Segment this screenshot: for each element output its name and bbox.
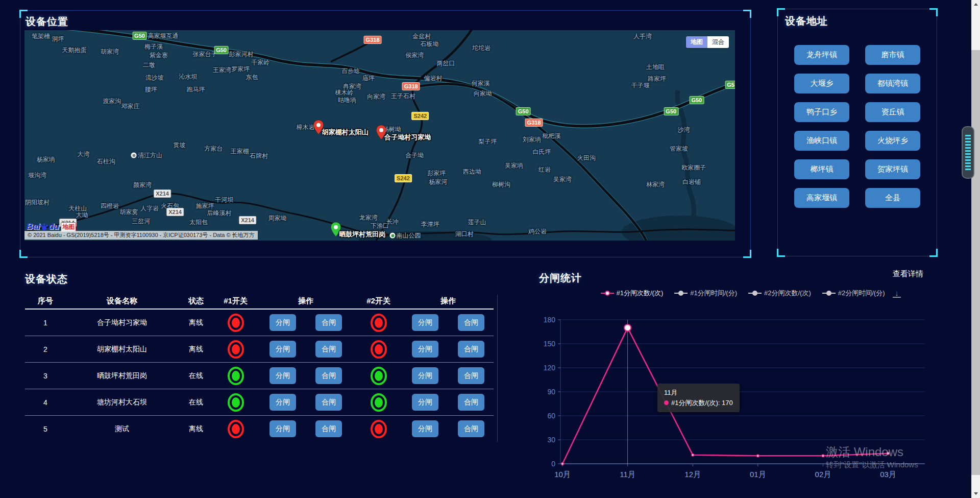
scrollbar-thumb[interactable] bbox=[971, 50, 980, 475]
scrollbar-up-arrow[interactable] bbox=[971, 0, 980, 9]
corner-decoration bbox=[743, 10, 751, 18]
open-switch2-button[interactable]: 分闸 bbox=[412, 394, 438, 411]
address-button-渔峡口镇[interactable]: 渔峡口镇 bbox=[794, 131, 849, 151]
address-button-高家堰镇[interactable]: 高家堰镇 bbox=[794, 188, 849, 208]
maptype-hybrid-button[interactable]: 混合 bbox=[707, 36, 729, 48]
address-button-火烧坪乡[interactable]: 火烧坪乡 bbox=[865, 131, 920, 151]
dashboard-page: 设备位置 笔架槽洞坪天鹅抱蛋胡家湾高家堰互通梅子溪紫金寨二墩流沙坡沁水坝腰坪跑马… bbox=[0, 0, 980, 498]
table-row: 4塘坊河村大石坝在线分闸合闸分闸合闸 bbox=[25, 389, 494, 416]
table-row: 3晒鼓坪村荒田岗在线分闸合闸分闸合闸 bbox=[25, 363, 494, 389]
map-label: 彭家河村 bbox=[229, 50, 254, 58]
legend-item[interactable]: #2分闸次数/(次) bbox=[748, 289, 811, 298]
open-switch2-button[interactable]: 分闸 bbox=[412, 367, 438, 384]
address-button-大堰乡[interactable]: 大堰乡 bbox=[794, 74, 849, 93]
map-label: 彭家坪 bbox=[427, 169, 446, 178]
open-switch2-button[interactable]: 分闸 bbox=[412, 420, 438, 437]
close-switch1-button[interactable]: 合闸 bbox=[315, 314, 342, 331]
map-marker[interactable]: 胡家棚村太阳山 bbox=[313, 120, 324, 137]
map-label: 坨坨岩 bbox=[472, 44, 491, 53]
map-label: 白氏坪 bbox=[532, 148, 551, 156]
address-button-全县[interactable]: 全县 bbox=[865, 188, 920, 208]
map-label: 跑马坪 bbox=[186, 85, 205, 94]
view-details-link[interactable]: 查看详情 bbox=[893, 269, 923, 279]
close-switch2-button[interactable]: 合闸 bbox=[458, 341, 484, 358]
baidu-paw-icon bbox=[40, 223, 48, 231]
open-switch1-button[interactable]: 分闸 bbox=[270, 394, 296, 411]
close-switch2-button[interactable]: 合闸 bbox=[458, 314, 484, 331]
map-label: 枇杷溪 bbox=[543, 131, 561, 140]
map-label: 石柱沟 bbox=[97, 157, 115, 166]
map-label: 两岔口 bbox=[436, 59, 455, 68]
road-badge: G50 bbox=[516, 107, 531, 115]
map-type-control: 地图 混合 bbox=[686, 36, 729, 48]
open-switch2-button[interactable]: 分闸 bbox=[412, 314, 438, 331]
scrollbar-down-arrow[interactable] bbox=[971, 489, 980, 498]
legend-label: #1分闸次数/(次) bbox=[617, 289, 664, 298]
close-switch2-button[interactable]: 合闸 bbox=[458, 367, 484, 384]
map-marker[interactable]: 晒鼓坪村荒田岗 bbox=[330, 222, 341, 239]
map-label: 偏岩村 bbox=[424, 74, 442, 82]
map-label: 鸡公岩 bbox=[528, 227, 547, 235]
address-button-鸭子口乡[interactable]: 鸭子口乡 bbox=[794, 102, 849, 122]
column-header: 操作 bbox=[257, 296, 354, 306]
open-switch1-button[interactable]: 分闸 bbox=[270, 314, 296, 331]
svg-text:0: 0 bbox=[551, 460, 555, 468]
svg-text:150: 150 bbox=[544, 340, 556, 348]
legend-marker-icon bbox=[674, 291, 688, 296]
device-name: 合子坳村习家坳 bbox=[66, 318, 178, 327]
svg-text:11月: 11月 bbox=[620, 470, 635, 479]
legend-item[interactable]: #1分闸时间/(分) bbox=[674, 289, 737, 298]
road-badge: G50 bbox=[689, 96, 704, 104]
close-switch1-button[interactable]: 合闸 bbox=[315, 341, 342, 358]
svg-text:30: 30 bbox=[547, 436, 555, 444]
map-label: 二墩 bbox=[143, 60, 155, 69]
map-label: 王家棚 bbox=[231, 147, 249, 155]
map-label: 侯家湾 bbox=[405, 51, 424, 60]
map-label: 西边坳 bbox=[463, 167, 481, 176]
corner-decoration bbox=[929, 249, 938, 257]
map-label: 大湾 bbox=[78, 150, 90, 159]
device-address-title: 设备地址 bbox=[785, 14, 828, 28]
corner-decoration bbox=[777, 8, 785, 16]
table-row: 1合子坳村习家坳离线分闸合闸分闸合闸 bbox=[25, 310, 494, 336]
close-switch1-button[interactable]: 合闸 bbox=[315, 420, 342, 437]
address-button-贺家坪镇[interactable]: 贺家坪镇 bbox=[865, 159, 920, 179]
map-marker[interactable]: 合子坳村习家坳 bbox=[376, 125, 386, 142]
address-button-榔坪镇[interactable]: 榔坪镇 bbox=[794, 159, 849, 179]
window-scrollbar[interactable] bbox=[971, 0, 980, 498]
open-switch2-button[interactable]: 分闸 bbox=[412, 341, 438, 358]
address-button-龙舟坪镇[interactable]: 龙舟坪镇 bbox=[794, 45, 849, 65]
svg-text:12月: 12月 bbox=[684, 470, 701, 479]
maptype-map-button[interactable]: 地图 bbox=[686, 36, 707, 48]
map-label: 流沙坡 bbox=[145, 74, 164, 82]
map-label: 石板坳 bbox=[420, 40, 438, 49]
legend-item[interactable]: #1分闸次数/(次) bbox=[601, 289, 664, 298]
legend-marker-icon bbox=[822, 291, 836, 296]
address-button-磨市镇[interactable]: 磨市镇 bbox=[865, 45, 920, 65]
map-label: 龙家湾 bbox=[359, 214, 378, 222]
close-switch1-button[interactable]: 合闸 bbox=[315, 394, 342, 411]
baidu-map[interactable]: 笔架槽洞坪天鹅抱蛋胡家湾高家堰互通梅子溪紫金寨二墩流沙坡沁水坝腰坪跑马坪渡家沟邓… bbox=[24, 30, 735, 241]
road-badge: G50 bbox=[664, 107, 678, 115]
row-index: 3 bbox=[25, 372, 66, 380]
road-badge: G50 bbox=[132, 32, 147, 40]
open-switch1-button[interactable]: 分闸 bbox=[270, 420, 296, 437]
map-label: 堰沟湾 bbox=[28, 171, 46, 179]
legend-item[interactable]: #2分闸时间/(分) bbox=[822, 289, 885, 298]
map-label: 干河坝 bbox=[215, 196, 233, 204]
address-button-资丘镇[interactable]: 资丘镇 bbox=[865, 102, 920, 122]
map-label: 白岩铺 bbox=[682, 178, 701, 186]
map-label: 高家堰互通 bbox=[148, 31, 178, 40]
close-switch2-button[interactable]: 合闸 bbox=[458, 420, 484, 437]
close-switch1-button[interactable]: 合闸 bbox=[315, 367, 342, 384]
map-label: 百步埝 bbox=[341, 66, 360, 75]
map-label: 人手湾 bbox=[633, 32, 652, 40]
activate-windows-watermark: 激活 Windows bbox=[826, 444, 903, 460]
open-switch1-button[interactable]: 分闸 bbox=[270, 341, 296, 358]
map-label: 路家坪 bbox=[648, 75, 666, 83]
device-status-title: 设备状态 bbox=[25, 272, 494, 286]
close-switch2-button[interactable]: 合闸 bbox=[458, 394, 484, 411]
column-header: #1开关 bbox=[214, 296, 257, 306]
address-button-都镇湾镇[interactable]: 都镇湾镇 bbox=[865, 74, 920, 93]
open-switch1-button[interactable]: 分闸 bbox=[270, 367, 296, 384]
